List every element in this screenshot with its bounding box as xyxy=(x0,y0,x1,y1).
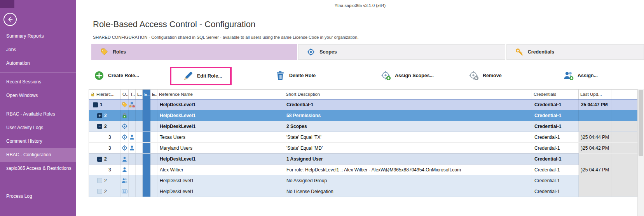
hierarchy-level: 2 xyxy=(104,178,110,183)
column-header-short-description[interactable]: Short Description xyxy=(284,90,532,99)
sidebar-item-comment-history[interactable]: Comment History xyxy=(0,135,76,148)
create-role-button[interactable]: Create Role... xyxy=(94,71,139,81)
remove-button[interactable]: Remove xyxy=(469,71,502,81)
table-row[interactable]: 3Alex WilberFor role: HelpDeskLevel1 :: … xyxy=(89,164,637,175)
tab-label: Roles xyxy=(113,49,126,55)
column-header-l[interactable]: L... xyxy=(136,90,143,99)
sidebar-item-jobs[interactable]: Jobs xyxy=(0,43,76,57)
sidebar-divider xyxy=(0,73,76,73)
sidebar-item-user-activity-logs[interactable]: User Activity Logs xyxy=(0,121,76,135)
sidebar-item-sapio365-access-restrictions[interactable]: sapio365 Access & Restrictions xyxy=(0,162,76,175)
scope-add-icon xyxy=(381,71,391,81)
scrollbar-thumb[interactable] xyxy=(639,90,643,156)
e-highlight-cell xyxy=(143,110,150,121)
column-header-label: Hierarc... xyxy=(96,92,115,97)
credentials-cell: Credential-1 xyxy=(532,99,579,110)
tab-roles[interactable]: Roles xyxy=(91,44,297,60)
l-cell xyxy=(136,121,143,131)
sidebar-item-process-log[interactable]: Process Log xyxy=(0,190,76,203)
e-highlight-cell xyxy=(143,143,150,153)
column-header-label: E... xyxy=(144,92,150,97)
credentials-cell: Credential-1 xyxy=(532,164,579,175)
toolbar: Create Role...Edit Role...Delete RoleAss… xyxy=(76,65,644,88)
sidebar-item-recent-sessions[interactable]: Recent Sessions xyxy=(0,75,76,89)
key-icon xyxy=(515,48,523,56)
column-header-reference-name[interactable]: Reference Name xyxy=(157,90,284,99)
collapse-toggle[interactable]: − xyxy=(97,157,102,162)
e-highlight-cell xyxy=(143,99,150,110)
table-row[interactable]: 2HelpDeskLevel1No Assigned GroupCredenti… xyxy=(89,175,637,186)
toolbar-button-label: Edit Role... xyxy=(197,73,222,79)
collapse-toggle[interactable]: − xyxy=(93,102,98,107)
column-header-last-upd[interactable]: Last Upd... xyxy=(579,90,611,99)
main-content: Ytria sapio365 v3.1.0 (x64) Role-Based A… xyxy=(76,0,644,216)
e-highlight-cell xyxy=(143,186,150,197)
tab-label: Credentials xyxy=(528,49,554,55)
object-type-cell xyxy=(121,175,129,186)
table-row[interactable]: 2HelpDeskLevel1No License DelegationCred… xyxy=(89,186,637,197)
assign-scopes-button[interactable]: Assign Scopes... xyxy=(381,71,434,81)
object-type-cell xyxy=(121,99,129,110)
tab-scopes[interactable]: Scopes xyxy=(298,44,505,60)
column-header-label: L... xyxy=(137,92,143,97)
card-icon xyxy=(122,188,127,194)
e-cell xyxy=(150,99,157,110)
row-filler-cell xyxy=(611,143,637,153)
user-icon xyxy=(129,134,135,140)
reference-name-cell: HelpDeskLevel1 xyxy=(157,186,284,197)
sidebar-item-open-windows[interactable]: Open Windows xyxy=(0,89,76,102)
back-button[interactable] xyxy=(3,13,17,26)
e-highlight-cell xyxy=(143,164,150,175)
collapse-toggle[interactable]: − xyxy=(97,124,102,129)
object-subtype-cell xyxy=(129,164,136,175)
sidebar-item-rbac-configuration[interactable]: RBAC - Configuration xyxy=(0,148,76,162)
column-header-e[interactable]: E... xyxy=(143,90,150,99)
window-title: Ytria sapio365 v3.1.0 (x64) xyxy=(76,3,644,8)
toolbar-button-label: Delete Role xyxy=(289,73,316,78)
table-row[interactable]: −1HelpDeskLevel1Credential-1Credential-1… xyxy=(89,99,637,110)
vertical-scrollbar[interactable] xyxy=(637,89,644,216)
column-header-label: Last Upd... xyxy=(580,92,602,97)
row-filler-cell xyxy=(611,132,637,142)
hierarchy-cell: 3 xyxy=(89,164,121,175)
object-type-cell xyxy=(121,121,129,131)
hierarchy-level: 3 xyxy=(108,135,114,140)
assign-button[interactable]: Assign... xyxy=(564,71,598,81)
column-header-t[interactable]: T... xyxy=(129,90,136,99)
expand-toggle-disabled xyxy=(97,178,102,183)
tab-credentials[interactable]: Credentials xyxy=(506,44,644,60)
table-row[interactable]: 3Texas Users'State' Equal 'TX'Credential… xyxy=(89,132,637,143)
column-header-label: Reference Name xyxy=(159,92,193,97)
hierarchy-cell: 2 xyxy=(89,186,121,197)
delete-role-button[interactable]: Delete Role xyxy=(275,71,316,81)
expand-toggle[interactable]: + xyxy=(97,113,102,118)
hierarchy-level: 2 xyxy=(104,124,110,129)
sidebar-item-automation[interactable]: Automation xyxy=(0,57,76,70)
table-row[interactable]: +2HelpDeskLevel158 PermissionsCredential… xyxy=(89,110,637,121)
header-lock-icon xyxy=(91,92,95,97)
sidebar-item-rbac-available-roles[interactable]: RBAC - Available Roles xyxy=(0,107,76,121)
sidebar-menu: Summary ReportsJobsAutomationRecent Sess… xyxy=(0,29,76,203)
reference-name-cell: Maryland Users xyxy=(157,143,284,153)
edit-role-button[interactable]: Edit Role... xyxy=(170,67,232,85)
column-header-label: E... xyxy=(152,92,157,97)
sidebar-item-summary-reports[interactable]: Summary Reports xyxy=(0,29,76,43)
short-description-cell: 'State' Equal 'TX' xyxy=(284,132,532,142)
e-cell xyxy=(150,164,157,175)
reference-name-cell: Texas Users xyxy=(157,132,284,142)
column-header-e[interactable]: E... xyxy=(150,90,157,99)
table-row[interactable]: −2HelpDeskLevel12 ScopesCredential-1 xyxy=(89,121,637,132)
short-description-cell: 'State' Equal 'MD' xyxy=(284,143,532,153)
users-icon xyxy=(122,178,127,183)
reference-name-cell: HelpDeskLevel1 xyxy=(157,175,284,186)
column-header-credentials[interactable]: Credentials xyxy=(532,90,579,99)
org-icon xyxy=(129,102,135,108)
hierarchy-cell: −2 xyxy=(89,121,121,131)
hierarchy-level: 2 xyxy=(104,113,110,118)
hierarchy-level: 3 xyxy=(108,145,114,151)
table-row[interactable]: 3Maryland Users'State' Equal 'MD'Credent… xyxy=(89,143,637,154)
column-header-o[interactable]: O... xyxy=(121,90,129,99)
column-header-hierarc[interactable]: Hierarc... xyxy=(89,90,121,99)
table-row[interactable]: −2HelpDeskLevel11 Assigned UserCredentia… xyxy=(89,154,637,164)
row-filler-cell xyxy=(611,99,637,110)
